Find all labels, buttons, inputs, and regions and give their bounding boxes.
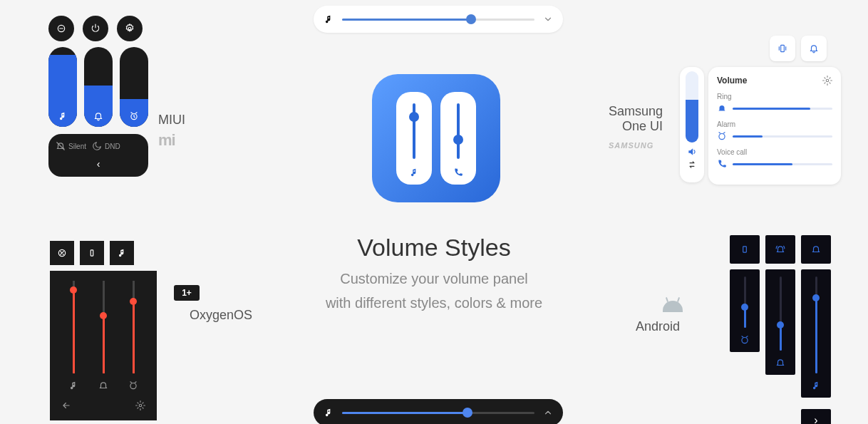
- music-note-icon: [409, 167, 419, 177]
- samsung-label: SamsungOne UI: [597, 104, 663, 134]
- android-expand-button[interactable]: ›: [801, 409, 831, 424]
- oxy-alarm-slider[interactable]: [133, 281, 135, 373]
- android-vibrate-button[interactable]: [730, 235, 760, 264]
- samsung-mini-slider[interactable]: [680, 67, 704, 182]
- power-button[interactable]: [83, 16, 108, 41]
- bell-icon: [809, 43, 819, 53]
- android-panel: ›: [730, 235, 831, 424]
- svg-rect-4: [781, 45, 785, 51]
- bell-icon: [775, 358, 785, 368]
- oxy-media-slider[interactable]: [73, 281, 75, 373]
- android-ring-button[interactable]: [765, 235, 795, 264]
- svg-point-2: [128, 27, 131, 30]
- vibrate-icon: [740, 244, 750, 254]
- oxygenos-panel: [50, 241, 157, 420]
- swap-icon[interactable]: [687, 160, 697, 170]
- horizontal-volume-slider-dark[interactable]: [314, 399, 563, 424]
- phone-icon: [453, 167, 463, 177]
- svg-rect-8: [91, 250, 93, 256]
- app-icon: [372, 74, 500, 202]
- music-note-icon: [324, 14, 334, 24]
- music-note-icon: [117, 248, 127, 258]
- miui-dnd-toggle[interactable]: DND: [92, 141, 120, 151]
- speaker-icon: [687, 147, 697, 157]
- alarm-icon: [717, 131, 727, 141]
- gear-icon[interactable]: [822, 76, 832, 86]
- android-label: Android: [636, 319, 680, 334]
- oxy-vibrate-button[interactable]: [80, 241, 104, 265]
- bell-off-icon: [56, 141, 66, 151]
- slider-track[interactable]: [342, 412, 534, 414]
- gear-icon[interactable]: [135, 400, 145, 410]
- alarm-icon: [128, 381, 138, 391]
- svg-rect-11: [743, 247, 747, 252]
- oneplus-logo: 1+: [174, 285, 200, 301]
- miui-ring-slider[interactable]: [84, 47, 113, 127]
- horizontal-volume-slider-light[interactable]: [314, 6, 563, 33]
- oxy-mute-button[interactable]: [50, 241, 74, 265]
- samsung-logo: SAMSUNG: [609, 141, 653, 150]
- samsung-panel-title: Volume: [717, 76, 747, 86]
- android-media-slider[interactable]: [801, 269, 831, 398]
- bell-icon: [811, 244, 821, 254]
- svg-point-9: [130, 383, 136, 389]
- samsung-voice-label: Voice call: [717, 148, 832, 156]
- slider-thumb[interactable]: [466, 14, 476, 24]
- miui-label: MIUI: [158, 113, 185, 128]
- miui-media-slider[interactable]: [48, 47, 77, 127]
- miui-collapse-button[interactable]: ‹: [56, 158, 141, 170]
- samsung-panel: Volume Ring Alarm Voice call: [680, 67, 841, 185]
- vibrate-icon: [87, 248, 97, 258]
- settings-button[interactable]: [117, 16, 143, 41]
- music-note-icon: [811, 381, 821, 391]
- bell-icon: [98, 381, 108, 391]
- alarm-icon: [129, 111, 139, 121]
- miui-silent-toggle[interactable]: Silent: [56, 141, 86, 151]
- alarm-icon: [740, 335, 750, 345]
- chevron-up-icon[interactable]: [543, 408, 553, 418]
- music-note-icon: [58, 111, 68, 121]
- oxy-ring-button[interactable]: [110, 241, 134, 265]
- music-note-icon: [68, 381, 78, 391]
- moon-icon: [92, 141, 102, 151]
- android-alarm-slider[interactable]: [730, 269, 760, 352]
- music-note-icon: [324, 408, 334, 418]
- slider-track[interactable]: [342, 19, 534, 21]
- samsung-alarm-slider[interactable]: [717, 131, 832, 141]
- samsung-expanded-panel: Volume Ring Alarm Voice call: [708, 67, 841, 185]
- samsung-alarm-label: Alarm: [717, 120, 832, 128]
- chevron-down-icon[interactable]: [543, 14, 553, 24]
- svg-point-12: [742, 338, 748, 343]
- bell-ring-icon: [775, 244, 785, 254]
- slider-thumb[interactable]: [463, 408, 472, 418]
- mi-logo: mi: [158, 131, 175, 150]
- back-arrow-icon[interactable]: [61, 400, 71, 410]
- android-ring-slider[interactable]: [765, 269, 795, 375]
- bell-icon: [717, 103, 727, 113]
- oxygenos-label: OxygenOS: [190, 308, 252, 323]
- samsung-vibrate-button[interactable]: [770, 36, 795, 61]
- samsung-voice-slider[interactable]: [717, 159, 832, 169]
- samsung-ring-label: Ring: [717, 93, 832, 100]
- miui-panel: Silent DND ‹: [48, 16, 148, 177]
- oxy-ring-slider[interactable]: [103, 281, 105, 373]
- miui-alarm-slider[interactable]: [120, 47, 148, 127]
- phone-icon: [717, 159, 727, 169]
- svg-point-5: [826, 79, 829, 82]
- android-bell-button[interactable]: [801, 235, 831, 264]
- svg-point-10: [139, 404, 142, 407]
- bell-icon: [93, 111, 103, 121]
- samsung-bell-button[interactable]: [801, 36, 827, 61]
- svg-point-6: [719, 134, 725, 140]
- mute-icon: [57, 248, 67, 258]
- dnd-toggle-button[interactable]: [48, 16, 74, 41]
- vibrate-icon: [777, 43, 787, 53]
- samsung-ring-slider[interactable]: [717, 103, 832, 113]
